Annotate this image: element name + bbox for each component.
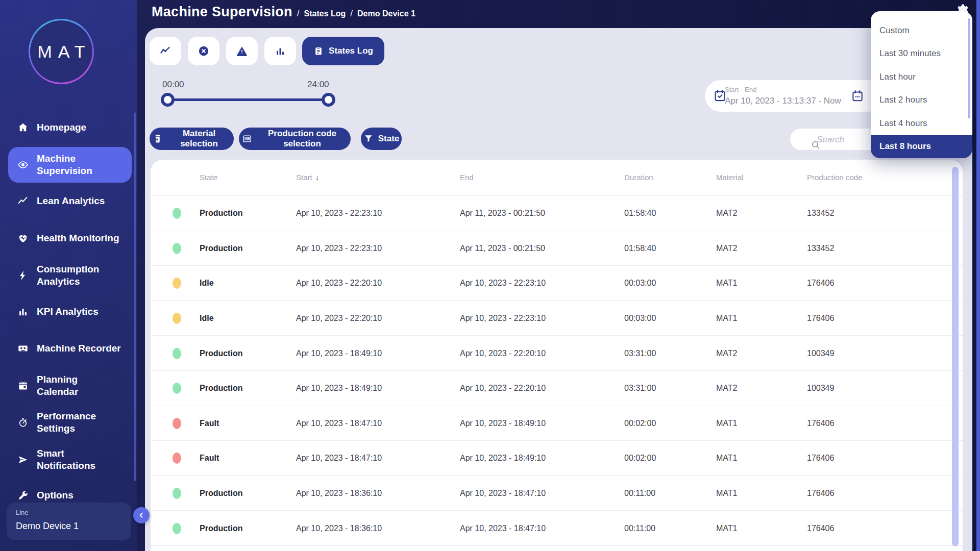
sidebar-item-machine-recorder[interactable]: Machine Recorder	[8, 334, 132, 363]
filter-label: Production code selection	[257, 129, 348, 149]
filter-label: Material selection	[167, 129, 231, 149]
table-row[interactable]: ProductionApr 10, 2023 - 18:36:10Apr 10,…	[151, 510, 963, 546]
dropdown-option-last-hour[interactable]: Last hour	[871, 65, 972, 89]
states-table: StateStart↓EndDurationMaterialProduction…	[151, 160, 963, 551]
sidebar-item-lean-analytics[interactable]: Lean Analytics	[8, 187, 132, 215]
cell-material: MAT1	[716, 419, 737, 428]
sidebar-item-label: Options	[37, 489, 74, 502]
cell-production-code: 100349	[807, 349, 834, 358]
column-header-production-code[interactable]: Production code	[807, 173, 862, 182]
cell-state: Fault	[200, 454, 219, 463]
search-icon	[800, 134, 811, 144]
filter-material-selection[interactable]: Material selection	[150, 128, 234, 150]
table-row[interactable]: ProductionApr 10, 2023 - 22:23:10Apr 11,…	[151, 231, 963, 266]
table-scrollbar[interactable]	[952, 167, 959, 546]
sidebar-item-machine-supervision[interactable]: Machine Supervision	[8, 147, 132, 183]
view-button-x-circle[interactable]	[188, 37, 219, 65]
column-header-material[interactable]: Material	[716, 173, 743, 182]
dropdown-scrollbar[interactable]	[968, 18, 970, 118]
page-scrollbar[interactable]	[976, 0, 980, 551]
sidebar-item-consumption-analytics[interactable]: Consumption Analytics	[8, 258, 132, 293]
app-logo: MAT	[29, 19, 94, 84]
cell-production-code: 176406	[807, 454, 834, 463]
sidebar-item-kpi-analytics[interactable]: KPI Analytics	[8, 297, 132, 326]
page-title: Machine Supervision	[152, 4, 292, 20]
table-row[interactable]: ProductionApr 10, 2023 - 18:36:10Apr 10,…	[151, 475, 963, 511]
warning-icon	[236, 45, 248, 57]
sidebar-item-planning-calendar[interactable]: Planning Calendar	[8, 368, 132, 403]
cell-start: Apr 10, 2023 - 18:36:10	[296, 524, 382, 533]
sidebar-item-health-monitoring[interactable]: Health Monitoring	[8, 224, 132, 253]
state-dot-production	[173, 243, 181, 254]
cell-end: Apr 10, 2023 - 18:47:10	[460, 489, 546, 498]
heart-pulse-icon	[17, 233, 29, 244]
dropdown-option-last-2-hours[interactable]: Last 2 hours	[871, 89, 972, 112]
state-dot-production	[173, 383, 181, 394]
funnel-icon	[363, 134, 374, 144]
time-range-slider[interactable]	[167, 98, 329, 101]
filter-state[interactable]: State	[361, 128, 402, 150]
cell-state: Fault	[200, 419, 219, 428]
slider-handle-start[interactable]	[161, 93, 175, 107]
dropdown-option-last-8-hours[interactable]: Last 8 hours	[871, 135, 972, 159]
table-row[interactable]: ProductionApr 10, 2023 - 22:23:10Apr 11,…	[151, 195, 963, 231]
filter-production-code-selection[interactable]: Production code selection	[239, 128, 351, 150]
table-row[interactable]: ProductionApr 10, 2023 - 18:49:10Apr 10,…	[151, 370, 963, 406]
table-row[interactable]: IdleApr 10, 2023 - 22:20:10Apr 10, 2023 …	[151, 300, 963, 336]
sidebar-collapse-button[interactable]	[133, 507, 150, 523]
cell-state: Production	[200, 384, 242, 393]
cell-duration: 00:11:00	[624, 489, 655, 498]
view-button-line-chart[interactable]	[150, 37, 181, 65]
table-row-partial	[151, 545, 963, 551]
table-row[interactable]: ProductionApr 10, 2023 - 18:49:10Apr 10,…	[151, 335, 963, 371]
x-circle-icon	[198, 45, 210, 57]
slider-handle-end[interactable]	[322, 93, 335, 107]
calendar-dots-icon[interactable]	[851, 89, 864, 103]
table-row[interactable]: FaultApr 10, 2023 - 18:47:10Apr 10, 2023…	[151, 440, 963, 476]
cell-material: MAT1	[716, 524, 737, 533]
table-row[interactable]: FaultApr 10, 2023 - 18:47:10Apr 10, 2023…	[151, 406, 963, 441]
sidebar-item-label: Machine Recorder	[37, 342, 121, 355]
table-row[interactable]: IdleApr 10, 2023 - 22:20:10Apr 10, 2023 …	[151, 265, 963, 301]
sidebar-item-homepage[interactable]: Homepage	[8, 113, 132, 142]
breadcrumb-item[interactable]: States Log	[304, 9, 346, 18]
state-dot-production	[173, 208, 181, 219]
dropdown-option-last-30-minutes[interactable]: Last 30 minutes	[871, 42, 972, 66]
state-dot-production	[173, 348, 181, 359]
column-header-state[interactable]: State	[200, 173, 217, 182]
calendar-icon	[17, 380, 29, 391]
barcode-icon	[242, 134, 252, 144]
chevron-left-icon	[137, 511, 146, 520]
date-range-picker[interactable]: Start - End Apr 10, 2023 - 13:13:37 - No…	[705, 80, 883, 112]
app-logo-text: MAT	[37, 42, 91, 62]
cell-state: Production	[200, 349, 242, 358]
bars-icon	[274, 45, 286, 57]
dropdown-option-last-4-hours[interactable]: Last 4 hours	[871, 112, 972, 135]
cell-state: Idle	[200, 279, 214, 288]
sort-arrow-icon: ↓	[315, 173, 320, 182]
column-header-duration[interactable]: Duration	[624, 173, 653, 182]
dropdown-option-custom[interactable]: Custom	[871, 19, 972, 42]
column-header-end[interactable]: End	[460, 173, 474, 182]
breadcrumb-separator: /	[350, 9, 353, 18]
states-log-button[interactable]: States Log	[302, 37, 384, 65]
breadcrumb-item[interactable]: Demo Device 1	[357, 9, 415, 18]
bar-chart-icon	[17, 306, 29, 317]
cell-duration: 01:58:40	[624, 209, 656, 218]
cell-end: Apr 10, 2023 - 22:23:10	[460, 279, 546, 288]
device-selector[interactable]: Line Demo Device 1	[7, 503, 131, 540]
sidebar-item-smart-notifications[interactable]: Smart Notifications	[8, 442, 132, 477]
eye-icon	[17, 159, 29, 170]
cell-start: Apr 10, 2023 - 18:47:10	[296, 419, 382, 428]
slider-end-label: 24:00	[307, 80, 338, 90]
column-header-start[interactable]: Start↓	[296, 173, 319, 182]
cell-start: Apr 10, 2023 - 18:49:10	[296, 349, 382, 358]
cell-material: MAT2	[716, 384, 737, 393]
view-button-bars[interactable]	[264, 37, 296, 65]
states-log-label: States Log	[329, 46, 373, 56]
view-button-warning[interactable]	[226, 37, 258, 65]
sidebar-item-performance-settings[interactable]: Performance Settings	[8, 405, 132, 440]
cell-production-code: 176406	[807, 314, 834, 323]
sidebar-scrollbar[interactable]	[134, 112, 136, 481]
cell-state: Idle	[200, 314, 214, 323]
